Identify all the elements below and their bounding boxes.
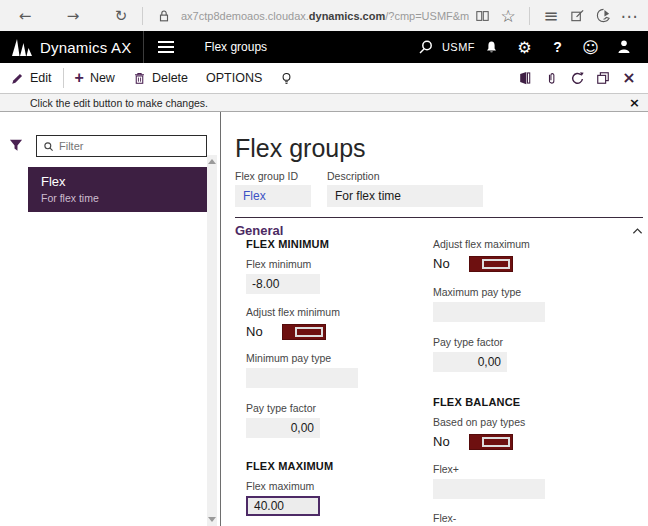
- url-domain: dynamics.com: [309, 10, 385, 22]
- maximum-pay-type-field[interactable]: [433, 302, 545, 322]
- app-window: ← → ↻ ax7ctp8demoaos.cloudax.dynamics.co…: [0, 0, 648, 526]
- description-field[interactable]: For flex time: [327, 185, 483, 207]
- address-bar[interactable]: ax7ctp8demoaos.cloudax.dynamics.com/?cmp…: [181, 10, 469, 22]
- help-icon[interactable]: ?: [541, 31, 574, 63]
- filter-input[interactable]: [59, 140, 206, 152]
- flex-plus-label: Flex+: [433, 463, 573, 475]
- company-selector[interactable]: USMF: [442, 31, 475, 63]
- edit-label: Edit: [30, 71, 52, 85]
- browser-actions: ☆ ≡ ⋯: [469, 3, 642, 29]
- refresh-icon[interactable]: [564, 65, 590, 91]
- forward-icon[interactable]: →: [60, 3, 86, 29]
- list-item-title: Flex: [41, 174, 208, 189]
- divider: [529, 7, 530, 25]
- browser-refresh-icon[interactable]: ↻: [108, 3, 134, 29]
- back-icon[interactable]: ←: [12, 3, 38, 29]
- page-title: Flex groups: [235, 134, 648, 162]
- info-message: Click the edit button to make changes.: [30, 97, 208, 109]
- divider: [63, 68, 64, 88]
- notifications-bell-icon[interactable]: [475, 31, 508, 63]
- delete-button[interactable]: Delete: [124, 63, 197, 93]
- flex-minimum-field[interactable]: -8.00: [246, 274, 320, 294]
- chevron-up-icon[interactable]: [632, 227, 643, 235]
- adjust-flex-minimum-toggle[interactable]: [282, 324, 326, 340]
- header-actions: USMF ⚙ ? ☺: [409, 31, 640, 63]
- based-on-pay-types-value: No: [433, 434, 469, 449]
- adjust-flex-minimum-row: No: [246, 323, 421, 340]
- detail-pane: Flex groups Flex group ID Description Fl…: [221, 112, 648, 526]
- hub-icon[interactable]: ≡: [538, 3, 564, 29]
- list-item-flex[interactable]: Flex For flex time: [28, 167, 208, 212]
- pay-type-factor-min-label: Pay type factor: [246, 402, 421, 414]
- description-label: Description: [327, 170, 380, 182]
- brand-title: Dynamics AX: [40, 39, 131, 56]
- dynamics-logo-icon: [12, 39, 32, 56]
- flex-group-id-label: Flex group ID: [235, 170, 327, 182]
- more-icon[interactable]: ⋯: [616, 3, 642, 29]
- general-section-header[interactable]: General: [235, 223, 643, 238]
- trash-icon: [133, 71, 146, 85]
- based-on-pay-types-label: Based on pay types: [433, 416, 573, 428]
- flex-plus-field[interactable]: [433, 479, 545, 499]
- form-column-right: Adjust flex maximum No Maximum pay type …: [433, 238, 573, 526]
- page-body: Flex For flex time Flex groups Flex grou…: [0, 112, 648, 526]
- list-scrollbar[interactable]: [207, 155, 217, 526]
- pay-type-factor-max-label: Pay type factor: [433, 336, 573, 348]
- lightbulb-icon[interactable]: [271, 63, 302, 93]
- page-title-header: Flex groups: [204, 40, 267, 54]
- user-avatar-icon[interactable]: [607, 31, 640, 63]
- dismiss-info-icon[interactable]: ×: [629, 96, 640, 109]
- reading-view-icon[interactable]: [469, 3, 495, 29]
- adjust-flex-maximum-label: Adjust flex maximum: [433, 238, 573, 250]
- web-note-icon[interactable]: [564, 3, 590, 29]
- scroll-down-icon[interactable]: [208, 517, 216, 522]
- form-actions: ×: [512, 65, 642, 91]
- settings-gear-icon[interactable]: ⚙: [508, 31, 541, 63]
- flex-balance-group-header: FLEX BALANCE: [433, 396, 573, 408]
- pay-type-factor-max-field[interactable]: 0,00: [433, 352, 507, 372]
- edit-button[interactable]: Edit: [2, 63, 61, 93]
- url-prefix: ax7ctp8demoaos.cloudax.: [181, 10, 309, 22]
- based-on-pay-types-row: No: [433, 433, 573, 450]
- adjust-flex-maximum-row: No: [433, 255, 573, 272]
- adjust-flex-maximum-toggle[interactable]: [469, 256, 513, 272]
- header-field-labels: Flex group ID Description: [235, 170, 648, 182]
- section-divider: [235, 217, 643, 218]
- search-icon: [43, 141, 54, 152]
- adjust-flex-maximum-value: No: [433, 256, 469, 271]
- form-column-left: FLEX MINIMUM Flex minimum -8.00 Adjust f…: [246, 238, 421, 516]
- action-bar: Edit + New Delete OPTIONS: [0, 63, 648, 94]
- info-bar: Click the edit button to make changes. ×: [0, 94, 648, 112]
- open-in-office-icon[interactable]: [512, 65, 538, 91]
- based-on-pay-types-toggle[interactable]: [469, 434, 513, 450]
- pay-type-factor-min-field[interactable]: 0,00: [246, 418, 320, 438]
- filter-funnel-icon[interactable]: [9, 139, 23, 152]
- search-icon[interactable]: [409, 31, 442, 63]
- feedback-smiley-icon[interactable]: ☺: [574, 31, 607, 63]
- list-panel: Flex For flex time: [0, 112, 221, 526]
- header-field-values: Flex For flex time: [235, 185, 648, 207]
- options-menu[interactable]: OPTIONS: [197, 63, 271, 93]
- lock-icon: [151, 3, 177, 29]
- new-label: New: [90, 71, 115, 85]
- scroll-up-icon[interactable]: [208, 159, 216, 164]
- attachments-paperclip-icon[interactable]: [538, 65, 564, 91]
- flex-maximum-group-header: FLEX MAXIMUM: [246, 460, 421, 472]
- minimum-pay-type-field[interactable]: [246, 368, 358, 388]
- adjust-flex-minimum-value: No: [246, 324, 282, 339]
- flex-minus-label: Flex-: [433, 512, 573, 524]
- delete-label: Delete: [152, 71, 188, 85]
- close-page-icon[interactable]: ×: [616, 65, 642, 91]
- flex-group-id-field[interactable]: Flex: [235, 185, 311, 207]
- app-header: Dynamics AX Flex groups USMF ⚙ ? ☺: [0, 31, 648, 63]
- divider: [142, 7, 143, 25]
- maximum-pay-type-label: Maximum pay type: [433, 286, 573, 298]
- hamburger-menu-icon[interactable]: [158, 41, 174, 53]
- new-button[interactable]: + New: [66, 63, 124, 93]
- adjust-flex-minimum-label: Adjust flex minimum: [246, 306, 421, 318]
- minimum-pay-type-label: Minimum pay type: [246, 352, 421, 364]
- share-icon[interactable]: [590, 3, 616, 29]
- flex-maximum-field[interactable]: 40.00: [246, 496, 320, 516]
- open-in-new-window-icon[interactable]: [590, 65, 616, 91]
- favorites-star-icon[interactable]: ☆: [495, 3, 521, 29]
